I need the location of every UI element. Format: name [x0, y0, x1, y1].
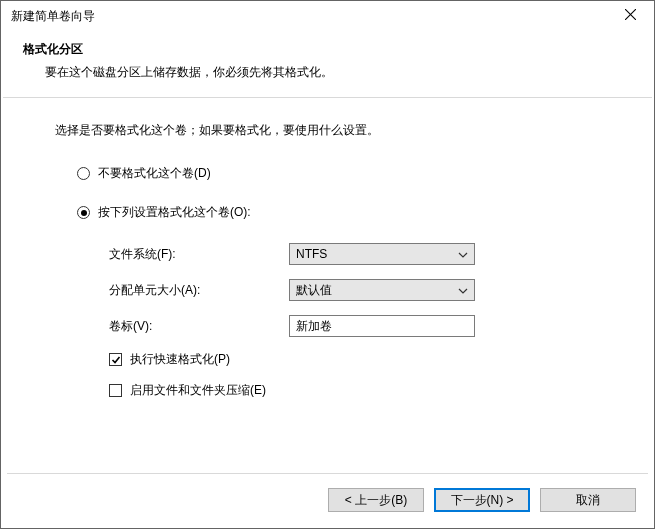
filesystem-row: 文件系统(F): NTFS [109, 243, 600, 265]
allocation-unit-label: 分配单元大小(A): [109, 282, 289, 299]
titlebar: 新建简单卷向导 [1, 1, 654, 31]
radio-label: 按下列设置格式化这个卷(O): [98, 204, 251, 221]
radio-icon [77, 167, 90, 180]
volume-label-input[interactable] [289, 315, 475, 337]
content-area: 选择是否要格式化这个卷；如果要格式化，要使用什么设置。 不要格式化这个卷(D) … [1, 98, 654, 473]
filesystem-label: 文件系统(F): [109, 246, 289, 263]
heading: 格式化分区 要在这个磁盘分区上储存数据，你必须先将其格式化。 [1, 31, 654, 81]
close-icon [625, 9, 636, 23]
allocation-unit-select[interactable]: 默认值 [289, 279, 475, 301]
radio-format-with-settings[interactable]: 按下列设置格式化这个卷(O): [77, 204, 600, 221]
allocation-unit-row: 分配单元大小(A): 默认值 [109, 279, 600, 301]
radio-icon [77, 206, 90, 219]
quick-format-checkbox-row[interactable]: 执行快速格式化(P) [109, 351, 600, 368]
prompt-text: 选择是否要格式化这个卷；如果要格式化，要使用什么设置。 [55, 122, 600, 139]
back-button[interactable]: < 上一步(B) [328, 488, 424, 512]
filesystem-value: NTFS [296, 247, 327, 261]
heading-subtitle: 要在这个磁盘分区上储存数据，你必须先将其格式化。 [45, 64, 632, 81]
separator [7, 473, 648, 474]
volume-label-label: 卷标(V): [109, 318, 289, 335]
checkbox-icon [109, 384, 122, 397]
button-row: < 上一步(B) 下一步(N) > 取消 [1, 488, 654, 528]
compression-label: 启用文件和文件夹压缩(E) [130, 382, 266, 399]
chevron-down-icon [458, 249, 468, 259]
allocation-unit-value: 默认值 [296, 282, 332, 299]
filesystem-select[interactable]: NTFS [289, 243, 475, 265]
heading-title: 格式化分区 [23, 41, 632, 58]
checkbox-icon [109, 353, 122, 366]
cancel-button[interactable]: 取消 [540, 488, 636, 512]
format-choice-group: 不要格式化这个卷(D) 按下列设置格式化这个卷(O): 文件系统(F): NTF… [55, 165, 600, 399]
chevron-down-icon [458, 285, 468, 295]
format-settings: 文件系统(F): NTFS 分配单元大小(A): 默认值 [109, 243, 600, 399]
volume-label-row: 卷标(V): [109, 315, 600, 337]
compression-checkbox-row[interactable]: 启用文件和文件夹压缩(E) [109, 382, 600, 399]
next-button[interactable]: 下一步(N) > [434, 488, 530, 512]
radio-no-format[interactable]: 不要格式化这个卷(D) [77, 165, 600, 182]
window-title: 新建简单卷向导 [11, 8, 95, 25]
close-button[interactable] [610, 2, 650, 30]
wizard-dialog: 新建简单卷向导 格式化分区 要在这个磁盘分区上储存数据，你必须先将其格式化。 选… [0, 0, 655, 529]
quick-format-label: 执行快速格式化(P) [130, 351, 230, 368]
radio-label: 不要格式化这个卷(D) [98, 165, 211, 182]
